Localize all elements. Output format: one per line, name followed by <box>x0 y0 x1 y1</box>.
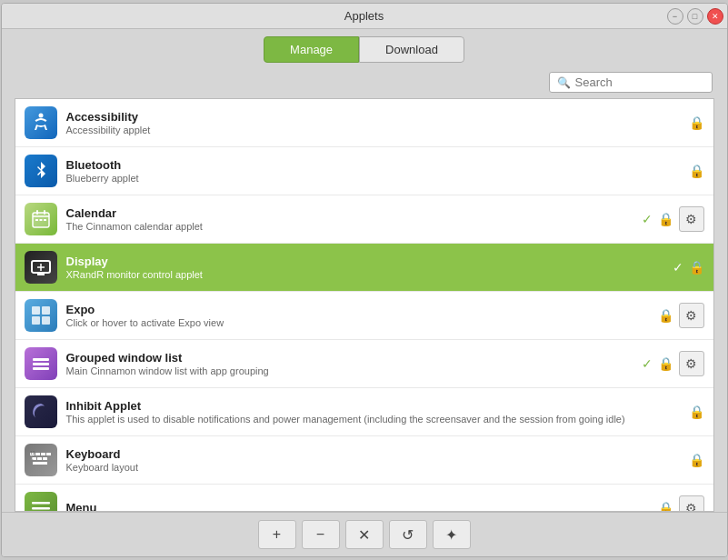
svg-rect-25 <box>43 457 47 460</box>
bottom-toolbar: + − ✕ ↺ ✦ <box>2 512 727 556</box>
svg-rect-6 <box>44 219 46 221</box>
svg-rect-15 <box>42 316 50 325</box>
expo-name: Expo <box>66 303 651 316</box>
display-icon <box>25 251 57 284</box>
lock-icon: 🔒 <box>689 260 704 275</box>
menu-name: Menu <box>66 501 651 512</box>
keyboard-desc: Keyboard layout <box>66 462 682 473</box>
lock-icon: 🔒 <box>658 212 673 226</box>
list-item[interactable]: Menu🔒⚙ <box>15 485 713 512</box>
list-item[interactable]: 1 12 KeyboardKeyboard layout🔒 <box>15 436 713 485</box>
check-icon: ✓ <box>642 356 653 371</box>
grouped-actions: ✓🔒⚙ <box>642 351 704 376</box>
close-button[interactable]: ✕ <box>707 8 723 25</box>
lock-icon: 🔒 <box>689 405 704 419</box>
expo-actions: 🔒⚙ <box>658 303 704 328</box>
lock-icon: 🔒 <box>689 115 704 130</box>
keyboard-icon: 1 12 <box>25 444 57 476</box>
svg-rect-13 <box>42 306 50 315</box>
list-item[interactable]: BluetoothBlueberry applet🔒 <box>15 147 713 195</box>
extra-button[interactable]: ✦ <box>433 520 471 549</box>
inhibit-name: Inhibit Applet <box>66 399 682 413</box>
inhibit-icon <box>25 395 57 428</box>
calendar-text: CalendarThe Cinnamon calendar applet <box>66 206 634 232</box>
list-item[interactable]: ExpoClick or hover to activate Expo view… <box>15 292 713 340</box>
svg-rect-3 <box>44 210 45 215</box>
accessibility-desc: Accessibility applet <box>66 125 682 135</box>
bluetooth-name: Bluetooth <box>66 158 682 172</box>
search-bar: 🔍 <box>2 66 727 98</box>
search-input[interactable] <box>575 75 704 89</box>
lock-icon: 🔒 <box>658 308 673 323</box>
svg-rect-21 <box>41 453 45 455</box>
svg-rect-16 <box>33 358 49 361</box>
display-text: DisplayXRandR monitor control applet <box>66 255 665 280</box>
tab-download[interactable]: Download <box>359 36 464 63</box>
calendar-actions: ✓🔒⚙ <box>642 206 704 232</box>
tab-manage[interactable]: Manage <box>264 36 359 63</box>
list-item[interactable]: CalendarThe Cinnamon calendar applet✓🔒⚙ <box>15 195 713 244</box>
bluetooth-text: BluetoothBlueberry applet <box>66 158 682 184</box>
keyboard-text: KeyboardKeyboard layout <box>66 447 682 473</box>
undo-button[interactable]: ↺ <box>389 520 427 549</box>
display-desc: XRandR monitor control applet <box>66 269 665 280</box>
bluetooth-icon <box>25 155 57 187</box>
svg-text:1: 1 <box>30 455 34 461</box>
inhibit-actions: 🔒 <box>689 405 704 419</box>
grouped-icon <box>25 347 57 380</box>
list-item[interactable]: Grouped window listMain Cinnamon window … <box>15 340 713 388</box>
add-button[interactable]: + <box>258 520 296 549</box>
list-item[interactable]: Inhibit AppletThis applet is used to dis… <box>15 388 713 436</box>
svg-rect-30 <box>32 507 50 510</box>
svg-rect-26 <box>33 462 47 465</box>
calendar-gear-button[interactable]: ⚙ <box>679 206 704 232</box>
list-item[interactable]: AccessibilityAccessibility applet🔒 <box>15 99 713 147</box>
svg-rect-4 <box>35 219 38 221</box>
grouped-desc: Main Cinnamon window list with app group… <box>66 365 634 376</box>
calendar-icon <box>25 203 57 235</box>
svg-rect-2 <box>36 210 38 215</box>
menu-actions: 🔒⚙ <box>658 495 704 512</box>
accessibility-actions: 🔒 <box>689 115 704 130</box>
applets-list: AccessibilityAccessibility applet🔒Blueto… <box>15 98 714 512</box>
keyboard-name: Keyboard <box>66 447 682 461</box>
list-item[interactable]: DisplayXRandR monitor control applet✓🔒 <box>15 244 713 292</box>
maximize-button[interactable]: □ <box>687 8 703 25</box>
menu-icon <box>25 492 57 512</box>
svg-rect-20 <box>35 453 40 455</box>
svg-rect-22 <box>46 453 51 455</box>
expo-desc: Click or hover to activate Expo view <box>66 317 651 328</box>
cancel-button[interactable]: ✕ <box>345 520 384 549</box>
lock-icon: 🔒 <box>658 501 673 512</box>
inhibit-desc: This applet is used to disable notificat… <box>66 414 682 425</box>
display-name: Display <box>66 255 665 268</box>
grouped-text: Grouped window listMain Cinnamon window … <box>66 351 634 376</box>
calendar-desc: The Cinnamon calendar applet <box>66 221 634 232</box>
titlebar: Applets − □ ✕ <box>2 4 727 29</box>
minimize-button[interactable]: − <box>667 8 683 25</box>
expo-text: ExpoClick or hover to activate Expo view <box>66 303 651 328</box>
remove-button[interactable]: − <box>302 520 340 549</box>
svg-point-0 <box>38 114 43 118</box>
svg-rect-18 <box>33 367 49 370</box>
grouped-name: Grouped window list <box>66 351 634 365</box>
check-icon: ✓ <box>642 212 653 226</box>
tab-bar: Manage Download <box>2 29 727 66</box>
svg-rect-12 <box>32 306 40 315</box>
bluetooth-desc: Blueberry applet <box>66 173 682 184</box>
search-box: 🔍 <box>549 72 713 93</box>
window-controls: − □ ✕ <box>667 8 723 25</box>
search-icon: 🔍 <box>557 76 571 89</box>
menu-text: Menu <box>66 501 651 512</box>
calendar-name: Calendar <box>66 206 634 220</box>
expo-gear-button[interactable]: ⚙ <box>679 303 704 328</box>
svg-rect-17 <box>33 363 49 365</box>
expo-icon <box>25 299 57 332</box>
accessibility-text: AccessibilityAccessibility applet <box>66 110 682 135</box>
grouped-gear-button[interactable]: ⚙ <box>679 351 704 376</box>
window-title: Applets <box>344 9 384 23</box>
svg-rect-14 <box>32 316 40 325</box>
accessibility-icon <box>25 106 57 139</box>
menu-gear-button[interactable]: ⚙ <box>679 495 704 512</box>
lock-icon: 🔒 <box>689 164 704 178</box>
